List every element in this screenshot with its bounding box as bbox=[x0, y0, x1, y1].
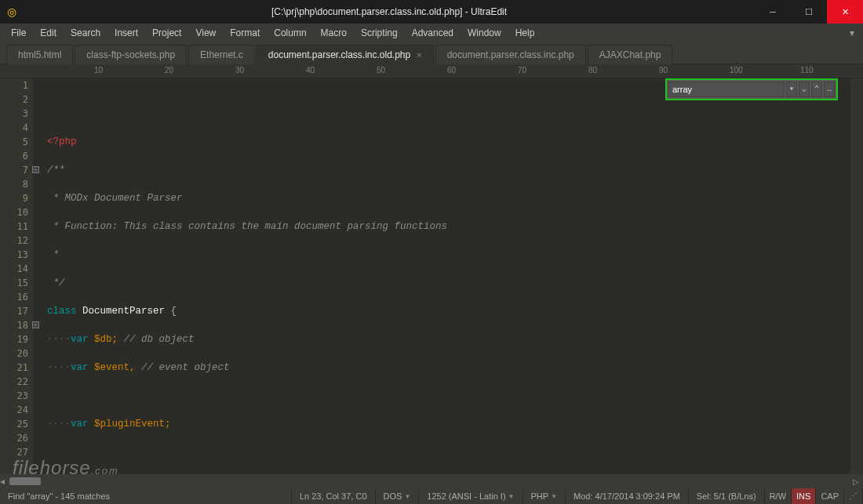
line-number: 2 bbox=[0, 92, 28, 107]
status-resize-grip-icon: ⋰ bbox=[844, 488, 863, 504]
menu-view[interactable]: View bbox=[189, 25, 222, 41]
horizontal-scrollbar[interactable]: ◂ ▷ bbox=[0, 474, 863, 488]
line-number: 20 bbox=[0, 346, 28, 361]
status-position: Ln 23, Col 37, C0 bbox=[292, 488, 376, 504]
line-number: 13 bbox=[0, 248, 28, 262]
menu-edit[interactable]: Edit bbox=[34, 25, 63, 41]
chevron-down-icon: ▼ bbox=[404, 493, 410, 500]
line-number: 19 bbox=[0, 332, 28, 346]
ruler-tick: 20 bbox=[165, 66, 173, 74]
line-number: 24 bbox=[0, 403, 28, 417]
ruler-tick: 60 bbox=[447, 66, 456, 74]
status-language[interactable]: PHP▼ bbox=[523, 488, 566, 504]
scroll-corner-icon[interactable]: ▷ bbox=[849, 474, 863, 488]
line-number: 22 bbox=[0, 375, 28, 389]
code-line: class DocumentParser { bbox=[47, 304, 850, 318]
close-button[interactable]: ✕ bbox=[827, 0, 863, 24]
code-line: ····var $event, // event object bbox=[47, 361, 850, 375]
find-next-button[interactable]: ⌄ bbox=[799, 82, 810, 97]
find-box: ▾ ⌄ ⌃ … bbox=[665, 78, 838, 100]
menu-column[interactable]: Column bbox=[268, 25, 312, 41]
status-capslock: CAP bbox=[816, 488, 844, 504]
menu-window[interactable]: Window bbox=[461, 25, 508, 41]
code-line: * Function: This class contains the main… bbox=[47, 219, 850, 234]
close-tab-icon[interactable]: × bbox=[417, 50, 421, 60]
menu-advanced[interactable]: Advanced bbox=[406, 25, 460, 41]
ruler-tick: 10 bbox=[94, 66, 103, 74]
tab-label: document.parser.class.inc.php bbox=[447, 49, 574, 60]
menu-file[interactable]: File bbox=[5, 25, 32, 41]
tab-label: class-ftp-sockets.php bbox=[86, 49, 175, 60]
tab-ethernet[interactable]: Ethernet.c bbox=[188, 45, 255, 64]
menu-macro[interactable]: Macro bbox=[315, 25, 353, 41]
chevron-down-icon: ▼ bbox=[551, 493, 557, 500]
line-number: 27 bbox=[0, 445, 28, 459]
code-editor[interactable]: ▾ ⌄ ⌃ … <?php /** * MODx Document Parser… bbox=[33, 78, 850, 474]
menu-project[interactable]: Project bbox=[146, 25, 188, 41]
code-line: ····var $config= bbox=[47, 473, 850, 474]
ruler-tick: 30 bbox=[235, 66, 244, 74]
code-line: ····var $db; // db object bbox=[47, 332, 850, 346]
tab-label: AJAXChat.php bbox=[599, 49, 661, 60]
app-icon: ◎ bbox=[0, 5, 24, 18]
menu-insert[interactable]: Insert bbox=[108, 25, 144, 41]
scroll-thumb[interactable] bbox=[9, 477, 41, 485]
find-dropdown-icon[interactable]: ▾ bbox=[786, 82, 797, 97]
line-number: 16 bbox=[0, 290, 28, 304]
code-line: <?php bbox=[47, 135, 850, 149]
ruler-tick: 40 bbox=[306, 66, 315, 74]
tab-label: html5.html bbox=[18, 49, 61, 60]
status-find-result: Find "array" - 145 matches bbox=[0, 488, 292, 504]
ruler-tick: 110 bbox=[800, 66, 814, 74]
menu-overflow-icon[interactable]: ▾ bbox=[846, 27, 858, 38]
status-bar: Find "array" - 145 matches Ln 23, Col 37… bbox=[0, 488, 863, 504]
status-modified: Mod: 4/17/2014 3:09:24 PM bbox=[566, 488, 689, 504]
line-number: 9 bbox=[0, 191, 28, 205]
status-readwrite[interactable]: R/W bbox=[765, 488, 792, 504]
tab-label: document.parser.class.inc.old.php bbox=[268, 49, 410, 60]
menu-search[interactable]: Search bbox=[64, 25, 107, 41]
status-insert-mode[interactable]: INS bbox=[792, 488, 816, 504]
line-number: 6 bbox=[0, 149, 28, 163]
vertical-scrollbar[interactable] bbox=[850, 78, 863, 474]
window-controls: ─ ☐ ✕ bbox=[755, 0, 863, 24]
menu-bar: File Edit Search Insert Project View For… bbox=[0, 24, 863, 42]
ruler-tick: 50 bbox=[377, 66, 385, 74]
minimize-button[interactable]: ─ bbox=[755, 0, 791, 24]
find-more-button[interactable]: … bbox=[824, 82, 835, 97]
ruler: 10 20 30 40 50 60 70 80 90 100 110 bbox=[0, 64, 863, 78]
line-number: 21 bbox=[0, 361, 28, 375]
maximize-button[interactable]: ☐ bbox=[791, 0, 827, 24]
code-line: */ bbox=[47, 276, 850, 290]
tab-label: Ethernet.c bbox=[200, 49, 243, 60]
title-bar: ◎ [C:\prj\php\document.parser.class.inc.… bbox=[0, 0, 863, 24]
find-prev-button[interactable]: ⌃ bbox=[811, 82, 822, 97]
line-number: 18- bbox=[0, 318, 28, 332]
status-lineend[interactable]: DOS▼ bbox=[376, 488, 420, 504]
ruler-tick: 80 bbox=[588, 66, 597, 74]
tab-document[interactable]: document.parser.class.inc.php bbox=[435, 45, 586, 64]
menu-help[interactable]: Help bbox=[509, 25, 541, 41]
find-input[interactable] bbox=[668, 82, 785, 97]
tab-ajaxchat[interactable]: AJAXChat.php bbox=[588, 45, 673, 64]
line-number: 7- bbox=[0, 163, 28, 177]
tab-class-ftp[interactable]: class-ftp-sockets.php bbox=[75, 45, 187, 64]
line-number: 3 bbox=[0, 107, 28, 121]
line-number: 5 bbox=[0, 135, 28, 149]
menu-scripting[interactable]: Scripting bbox=[355, 25, 404, 41]
code-line: * MODx Document Parser bbox=[47, 191, 850, 205]
line-number: 17 bbox=[0, 304, 28, 318]
line-number: 11 bbox=[0, 219, 28, 234]
window-title: [C:\prj\php\document.parser.class.inc.ol… bbox=[24, 6, 755, 17]
menu-format[interactable]: Format bbox=[224, 25, 266, 41]
line-number: 26 bbox=[0, 431, 28, 445]
tab-html5[interactable]: html5.html bbox=[6, 45, 73, 64]
ruler-tick: 70 bbox=[518, 66, 526, 74]
status-encoding[interactable]: 1252 (ANSI - Latin I)▼ bbox=[419, 488, 523, 504]
tab-document-old[interactable]: document.parser.class.inc.old.php× bbox=[257, 45, 434, 64]
line-number: 12 bbox=[0, 234, 28, 248]
line-number: 8 bbox=[0, 177, 28, 191]
line-number: 15 bbox=[0, 276, 28, 290]
ruler-tick: 90 bbox=[659, 66, 668, 74]
line-number: 4 bbox=[0, 121, 28, 135]
